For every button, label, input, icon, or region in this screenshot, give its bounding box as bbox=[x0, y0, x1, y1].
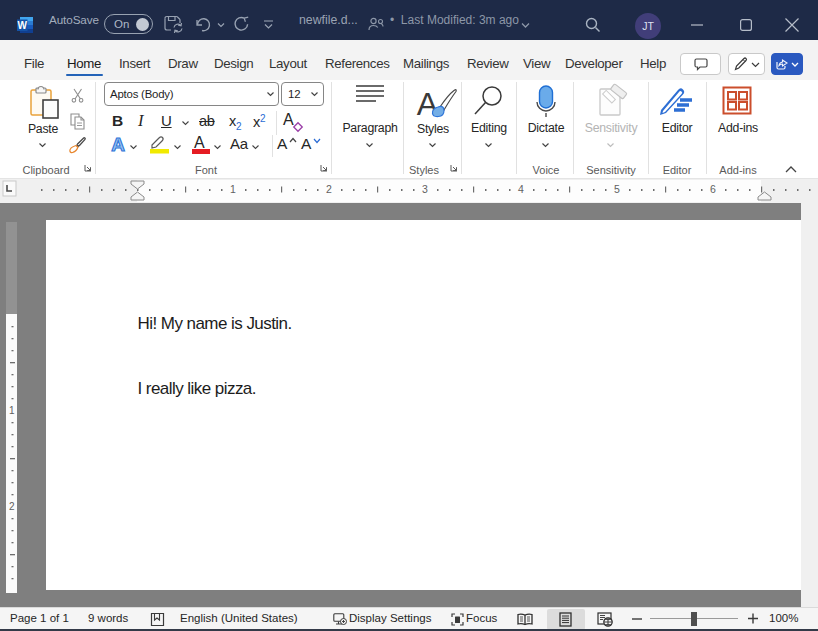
svg-text:A: A bbox=[111, 134, 125, 155]
svg-text:W: W bbox=[17, 20, 27, 31]
svg-text:1: 1 bbox=[9, 405, 15, 416]
svg-text:2: 2 bbox=[9, 501, 15, 512]
